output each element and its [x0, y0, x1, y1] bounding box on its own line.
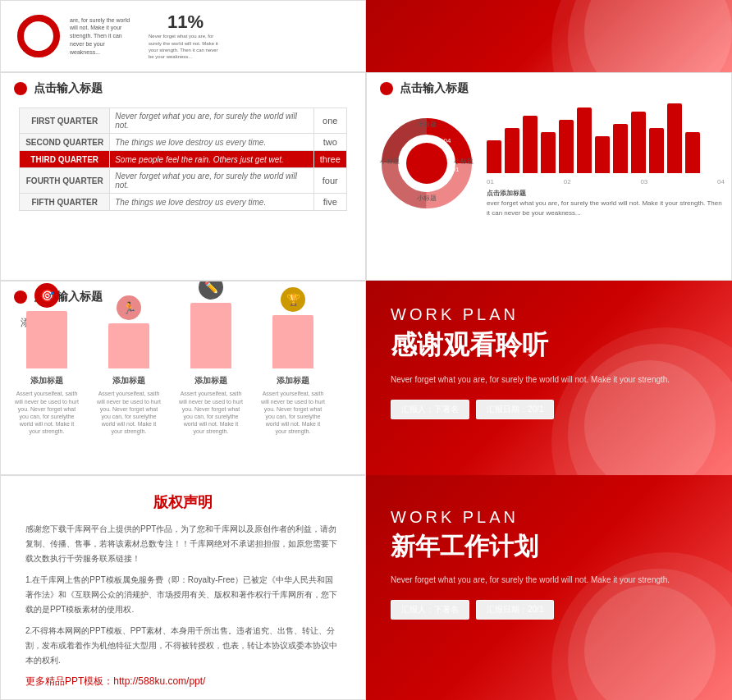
- svg-text:小标题: 小标题: [380, 158, 400, 165]
- bar-item: [523, 116, 538, 173]
- quarter-label: FOURTH QUARTER: [20, 168, 110, 194]
- people-col: 🏆添加标题Assert yourselfeat, saith will neve…: [260, 287, 326, 435]
- people-bar: [108, 323, 149, 368]
- bar-title: 点击添加标题: [487, 190, 526, 197]
- bar-item: [595, 136, 610, 173]
- quarter-num: two: [313, 134, 346, 151]
- svg-text:03: 03: [399, 166, 406, 173]
- percent-desc: Never forget what you are, for surely th…: [149, 33, 222, 61]
- svg-text:小标题: 小标题: [417, 121, 437, 128]
- quarter-num: five: [313, 194, 346, 211]
- copyright-para1: 感谢您下载千库网平台上提供的PPT作品，为了您和千库网以及原创作者的利益，请勿复…: [25, 522, 341, 566]
- bar-item: [487, 140, 501, 173]
- panel-workplan-newyear: WORK PLAN 新年工作计划 Never forget what you a…: [366, 475, 732, 700]
- work-plan-desc: Never forget what you are, for surely th…: [391, 373, 707, 387]
- panel4-title: 点击输入标题: [400, 81, 469, 96]
- bar-column: [649, 128, 664, 173]
- quarter-num: one: [313, 108, 346, 134]
- wave-decoration: [366, 0, 732, 72]
- bar-chart-wrap: 01 02 03 04 点击添加标题 ever forget what you …: [487, 108, 725, 218]
- bar-column: [505, 128, 519, 173]
- bar-item: [649, 128, 664, 173]
- svg-text:小标题: 小标题: [417, 194, 437, 202]
- bar-axis-03: 03: [640, 178, 647, 185]
- p8-date-button[interactable]: 汇报日期：20/1: [476, 600, 554, 620]
- panel4-content: 小标题 小标题 小标题 小标题 04 01 02 03 01 02 03: [367, 101, 731, 225]
- panel-people-chart: 点击输入标题 添加标题 🎯添加标题Assert yourselfeat, sai…: [0, 281, 366, 475]
- bar-axis-01: 01: [487, 178, 494, 185]
- panel-quarter-table: 点击输入标题 FIRST QUARTER Never forget what y…: [0, 72, 366, 281]
- work-plan-buttons: 汇报人：下署名 汇报日期：20/1: [391, 400, 707, 419]
- red-dot-icon-2: [380, 82, 393, 95]
- people-bar-wrap: [26, 311, 67, 368]
- table-row: THIRD QUARTER Some people feel the rain.…: [20, 151, 347, 168]
- bar-item: [631, 112, 646, 173]
- people-bar-wrap: [190, 303, 231, 368]
- svg-point-8: [406, 143, 447, 184]
- reporter-button[interactable]: 汇报人：下署名: [391, 400, 469, 419]
- copyright-link[interactable]: 更多精品PPT模板：http://588ku.com/ppt/: [25, 675, 341, 689]
- percent-value: 11%: [167, 11, 204, 33]
- panel4-header: 点击输入标题: [367, 73, 731, 101]
- people-icon: 🏆: [281, 287, 305, 312]
- people-col-label: 添加标题: [194, 375, 227, 387]
- people-col-label: 添加标题: [112, 375, 145, 387]
- panel3-title: 点击输入标题: [34, 81, 103, 96]
- copyright-para2: 1.在千库网上售的PPT模板属免服务费（即：Royalty-Free）已被定《中…: [25, 573, 341, 617]
- work-plan-main-title: 感谢观看聆听: [391, 327, 707, 364]
- people-col-label: 添加标题: [277, 375, 309, 387]
- people-col-desc: Assert yourselfeat, saith will never be …: [96, 390, 162, 435]
- bar-column: [541, 132, 556, 173]
- panel3-header: 点击输入标题: [1, 73, 365, 101]
- table-row: FIFTH QUARTER The things we love destroy…: [20, 194, 347, 211]
- percent-display: 11% Never forget what you are, for surel…: [149, 11, 222, 61]
- people-col: 🎯添加标题Assert yourselfeat, saith will neve…: [14, 283, 80, 435]
- panel-top-left: are, for surely the world will not. Make…: [0, 0, 366, 72]
- people-bar: [190, 303, 231, 368]
- panel-donut-bar: 点击输入标题 小标题 小标题 小标题 小标题: [366, 72, 732, 281]
- quarter-label: FIRST QUARTER: [20, 108, 110, 134]
- table-row: FOURTH QUARTER Never forget what you are…: [20, 168, 347, 194]
- people-icon: 🎯: [34, 283, 59, 308]
- quarter-label: THIRD QUARTER: [20, 151, 110, 168]
- quarter-table: FIRST QUARTER Never forget what you are,…: [19, 108, 347, 211]
- people-bar: [272, 315, 313, 368]
- panel-top-right: [366, 0, 732, 72]
- bar-item: [685, 132, 700, 173]
- svg-text:04: 04: [444, 137, 451, 144]
- people-col: 🏃添加标题Assert yourselfeat, saith will neve…: [96, 295, 162, 435]
- bar-column: [523, 116, 538, 173]
- people-bar: [26, 311, 67, 368]
- people-col-label: 添加标题: [30, 375, 63, 387]
- bar-item: [541, 132, 556, 173]
- work-plan-label: WORK PLAN: [391, 305, 707, 324]
- bar-column: [595, 136, 610, 173]
- quarter-num: four: [313, 168, 346, 194]
- p8-reporter-button[interactable]: 汇报人：下署名: [391, 600, 469, 620]
- bar-axis-02: 02: [564, 178, 571, 185]
- people-chart: 🎯添加标题Assert yourselfeat, saith will neve…: [14, 336, 352, 435]
- table-row: SECOND QUARTER The things we love destro…: [20, 134, 347, 151]
- bar-axis-04: 04: [717, 178, 725, 185]
- people-col-desc: Assert yourselfeat, saith will never be …: [178, 390, 244, 435]
- panel6-content: WORK PLAN 感谢观看聆听 Never forget what you a…: [366, 281, 732, 444]
- svg-point-1: [21, 18, 57, 54]
- p8-desc: Never forget what you are, for surely th…: [391, 574, 707, 587]
- bar-item: [667, 103, 682, 173]
- quarter-desc: Never forget what you are, for surely th…: [110, 168, 314, 194]
- panel-copyright: 版权声明 感谢您下载千库网平台上提供的PPT作品，为了您和千库网以及原创作者的利…: [0, 475, 366, 700]
- quarter-desc: The things we love destroy us every time…: [110, 134, 314, 151]
- bar-column: [631, 112, 646, 173]
- people-col-desc: Assert yourselfeat, saith will never be …: [14, 390, 80, 435]
- donut4-container: 小标题 小标题 小标题 小标题 04 01 02 03: [373, 110, 480, 217]
- bar-column: [577, 108, 592, 173]
- bar-column: [667, 103, 682, 173]
- red-dot-icon: [14, 82, 27, 95]
- donut-chart-small: [14, 11, 63, 61]
- p8-plan-label: WORK PLAN: [391, 508, 707, 527]
- bar-item: [577, 108, 592, 173]
- date-button[interactable]: 汇报日期：20/1: [476, 400, 554, 419]
- quarter-desc: Never forget what you are, for surely th…: [110, 108, 314, 134]
- panel8-content: WORK PLAN 新年工作计划 Never forget what you a…: [366, 475, 732, 652]
- panel1-small-text: are, for surely the world will not. Make…: [70, 16, 135, 57]
